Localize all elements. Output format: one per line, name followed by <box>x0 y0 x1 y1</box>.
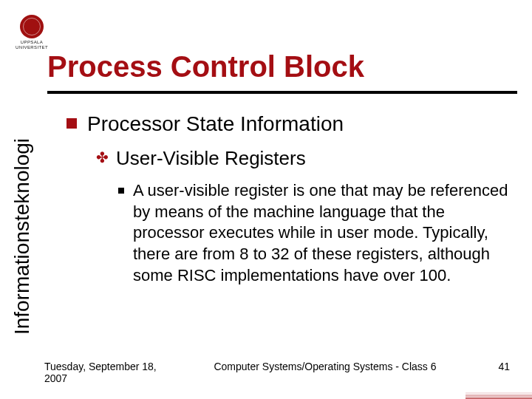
footer-date: Tuesday, September 18, 2007 <box>44 361 177 384</box>
slide-title: Process Control Block <box>47 50 517 94</box>
sidebar-text: Informationsteknologi <box>10 138 34 335</box>
footer-page: 41 <box>473 361 510 384</box>
logo-text-1: UPPSALA <box>13 40 50 45</box>
sidebar-vertical-label: Informationsteknologi <box>7 118 37 355</box>
seal-icon <box>20 15 44 38</box>
logo-text-2: UNIVERSITET <box>13 45 50 50</box>
bullet-level-3: A user-visible register is one that may … <box>118 180 510 286</box>
bullet-level-1: Processor State Information <box>66 111 510 137</box>
footer-course: Computer Systems/Operating Systems - Cla… <box>177 361 473 384</box>
content-area: Processor State Information ✤ User-Visib… <box>66 111 510 286</box>
small-square-bullet-icon <box>118 188 124 194</box>
footer: Tuesday, September 18, 2007 Computer Sys… <box>44 361 510 384</box>
h1-text: Processor State Information <box>87 111 344 137</box>
h2-text: User-Visible Registers <box>116 146 306 171</box>
university-logo: UPPSALA UNIVERSITET <box>13 15 50 50</box>
bullet-level-2: ✤ User-Visible Registers <box>96 146 510 171</box>
slide: UPPSALA UNIVERSITET Process Control Bloc… <box>0 0 532 399</box>
square-bullet-icon <box>66 118 77 129</box>
flower-bullet-icon: ✤ <box>96 146 109 168</box>
corner-decoration <box>466 392 532 399</box>
body-text: A user-visible register is one that may … <box>133 180 510 286</box>
